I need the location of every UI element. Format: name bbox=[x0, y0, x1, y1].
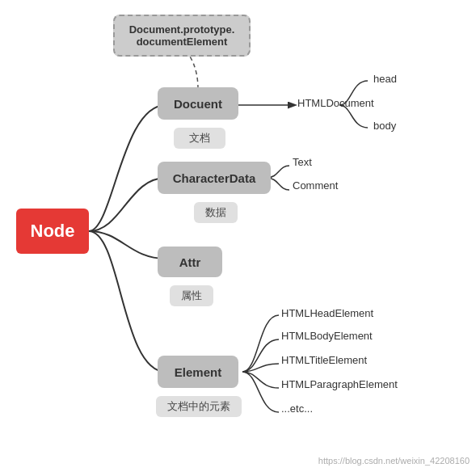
element-node: Element bbox=[158, 356, 238, 388]
htmlbody-label: HTMLBodyElement bbox=[281, 330, 373, 342]
htmltitle-label: HTMLTitleElement bbox=[281, 354, 367, 366]
attr-sub-text: 属性 bbox=[181, 289, 202, 303]
docuent-node: Docuent bbox=[158, 87, 238, 120]
comment-label: Comment bbox=[293, 179, 338, 192]
element-sub-label: 文档中的元素 bbox=[156, 396, 242, 417]
etc-label: ...etc... bbox=[281, 402, 313, 415]
htmldocument-label: HTMLDocument bbox=[297, 97, 374, 109]
chardata-sub-label: 数据 bbox=[194, 202, 238, 223]
htmlpara-label: HTMLParagraphElement bbox=[281, 378, 398, 390]
head-label: head bbox=[373, 73, 397, 85]
body-label: body bbox=[373, 120, 396, 132]
root-label: Node bbox=[31, 221, 75, 242]
diagram-container: Node Document.prototype.documentElement … bbox=[0, 0, 476, 472]
docproto-label: Document.prototype.documentElement bbox=[129, 23, 235, 48]
htmlhead-label: HTMLHeadElement bbox=[281, 307, 373, 319]
doc-sub-text: 文档 bbox=[189, 131, 210, 145]
watermark-text: https://blog.csdn.net/weixin_42208160 bbox=[318, 456, 470, 466]
root-node: Node bbox=[16, 209, 89, 254]
attr-node: Attr bbox=[158, 247, 222, 277]
chardata-node: CharacterData bbox=[158, 162, 271, 194]
watermark: https://blog.csdn.net/weixin_42208160 bbox=[318, 456, 470, 466]
attr-label: Attr bbox=[179, 255, 201, 269]
element-sub-text: 文档中的元素 bbox=[167, 399, 230, 414]
docuent-label: Docuent bbox=[174, 97, 222, 111]
element-label: Element bbox=[175, 365, 221, 379]
chardata-label: CharacterData bbox=[173, 171, 256, 185]
attr-sub-label: 属性 bbox=[170, 285, 213, 306]
doc-sub-label: 文档 bbox=[174, 128, 225, 149]
docproto-node: Document.prototype.documentElement bbox=[113, 15, 251, 57]
chardata-sub-text: 数据 bbox=[205, 205, 226, 220]
text-label: Text bbox=[293, 156, 312, 168]
